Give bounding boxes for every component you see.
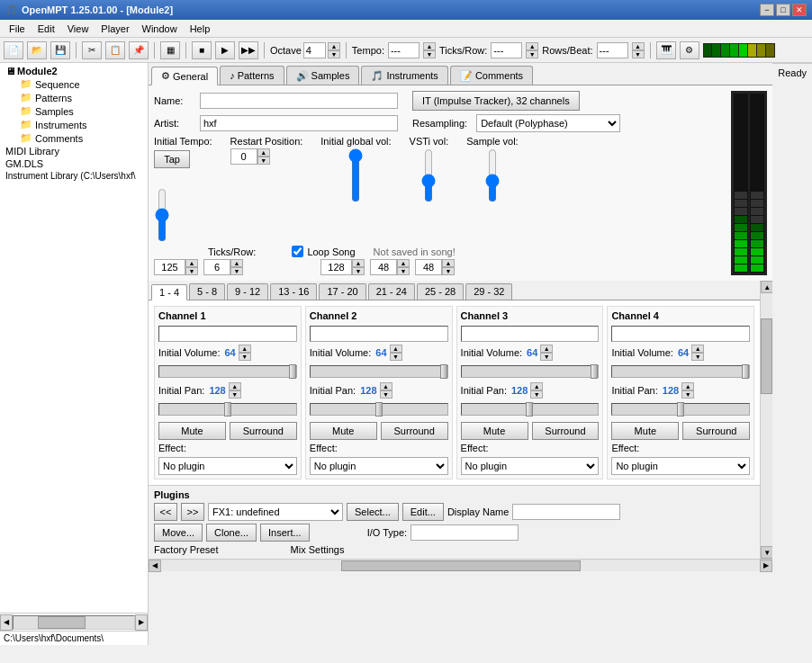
vertical-scrollbar[interactable]: ▲ ▼ [760, 281, 772, 559]
menu-edit[interactable]: Edit [32, 22, 60, 35]
ch4-vol-down[interactable]: ▼ [691, 353, 704, 361]
ch1-vol-down[interactable]: ▼ [239, 353, 251, 361]
sidebar-scroll-left[interactable]: ◀ [0, 614, 13, 631]
sidebar-item-instrument-lib[interactable]: Instrument Library (C:\Users\hxf\ [2, 170, 146, 182]
channel-4-mute-button[interactable]: Mute [611, 422, 679, 440]
octave-input[interactable] [303, 42, 326, 58]
channel-3-vol-slider[interactable] [461, 365, 600, 378]
channel-tab-25-28[interactable]: 25 - 28 [417, 283, 464, 300]
rows-down[interactable]: ▼ [632, 50, 645, 58]
sidebar-item-comments[interactable]: 📁 Comments [2, 131, 146, 145]
maximize-button[interactable]: □ [776, 4, 790, 16]
sidebar-module[interactable]: 🖥 Module2 [2, 65, 146, 77]
pattern-button[interactable]: ▦ [160, 41, 180, 59]
channel-2-pan-slider[interactable] [310, 403, 448, 416]
global-vol-up[interactable]: ▲ [352, 259, 365, 267]
channel-1-mute-button[interactable]: Mute [158, 422, 226, 440]
h-scroll-thumb[interactable] [341, 560, 581, 571]
ch3-vol-up[interactable]: ▲ [540, 345, 553, 353]
tempo-slider[interactable] [154, 188, 170, 242]
sample-vol-down[interactable]: ▼ [442, 267, 455, 275]
menu-help[interactable]: Help [185, 22, 216, 35]
menu-view[interactable]: View [62, 22, 95, 35]
global-vol-slider[interactable] [347, 148, 364, 202]
plugin-move-button[interactable]: Move... [154, 524, 203, 542]
tempo-num-down[interactable]: ▼ [185, 267, 198, 275]
midi-button[interactable]: 🎹 [656, 41, 676, 59]
paste-button[interactable]: 📌 [129, 41, 149, 59]
channel-1-pan-slider[interactable] [158, 403, 297, 416]
ch4-pan-up[interactable]: ▲ [681, 382, 694, 390]
ticks-number-input[interactable] [203, 259, 230, 275]
restart-pos-up[interactable]: ▲ [257, 148, 270, 157]
channel-4-pan-slider[interactable] [611, 403, 750, 416]
settings-button[interactable]: ⚙ [680, 41, 699, 59]
channel-tab-13-16[interactable]: 13 - 16 [270, 283, 317, 300]
channel-3-surround-button[interactable]: Surround [532, 422, 600, 440]
channel-2-effect-select[interactable]: No plugin [310, 457, 448, 475]
copy-button[interactable]: 📋 [105, 41, 125, 59]
plugin-select[interactable]: FX1: undefined [208, 503, 343, 521]
ch1-pan-up[interactable]: ▲ [229, 382, 241, 390]
global-vol-input[interactable] [320, 259, 352, 275]
channel-3-mute-button[interactable]: Mute [461, 422, 528, 440]
scroll-down-button[interactable]: ▼ [761, 546, 772, 559]
play-button[interactable]: ▶ [215, 41, 235, 59]
channel-tab-1-4[interactable]: 1 - 4 [151, 284, 187, 300]
channel-3-effect-select[interactable]: No plugin [461, 457, 600, 475]
menu-file[interactable]: File [4, 22, 31, 35]
ch2-vol-down[interactable]: ▼ [390, 353, 402, 361]
save-button[interactable]: 💾 [50, 41, 70, 59]
vsti-vol-down[interactable]: ▼ [397, 267, 410, 275]
octave-up[interactable]: ▲ [328, 42, 340, 50]
channel-4-vol-slider[interactable] [611, 365, 750, 378]
tempo-num-up[interactable]: ▲ [185, 259, 198, 267]
menu-window[interactable]: Window [137, 22, 183, 35]
new-button[interactable]: 📄 [4, 41, 23, 59]
channel-1-surround-button[interactable]: Surround [230, 422, 297, 440]
sample-vol-slider[interactable] [484, 148, 501, 202]
channel-1-vol-slider[interactable] [158, 365, 297, 378]
channel-4-surround-button[interactable]: Surround [682, 422, 750, 440]
ch2-pan-up[interactable]: ▲ [380, 382, 392, 390]
ch3-pan-up[interactable]: ▲ [530, 382, 543, 390]
rows-up[interactable]: ▲ [632, 42, 645, 50]
name-input[interactable] [200, 93, 398, 109]
channel-tab-9-12[interactable]: 9 - 12 [227, 283, 268, 300]
octave-down[interactable]: ▼ [328, 50, 340, 58]
minimize-button[interactable]: − [760, 4, 774, 16]
play-pattern-button[interactable]: ▶▶ [239, 41, 258, 59]
channel-2-vol-slider[interactable] [310, 365, 448, 378]
sidebar-item-instruments[interactable]: 📁 Instruments [2, 118, 146, 131]
tab-general[interactable]: ⚙ General [151, 67, 218, 85]
channel-tab-21-24[interactable]: 21 - 24 [368, 283, 415, 300]
channel-3-name-input[interactable] [461, 326, 600, 342]
h-scroll-left-button[interactable]: ◀ [149, 560, 161, 572]
vsti-vol-up[interactable]: ▲ [397, 259, 410, 267]
tab-patterns[interactable]: ♪ Patterns [220, 66, 284, 85]
loop-song-checkbox[interactable] [292, 246, 303, 257]
plugin-insert-button[interactable]: Insert... [260, 524, 310, 542]
artist-input[interactable] [200, 115, 398, 131]
display-name-input[interactable] [512, 504, 620, 520]
sidebar-scroll-thumb[interactable] [38, 616, 86, 629]
channel-1-name-input[interactable] [158, 326, 297, 342]
channel-1-effect-select[interactable]: No plugin [158, 457, 297, 475]
tab-comments[interactable]: 📝 Comments [450, 66, 533, 85]
sidebar-item-patterns[interactable]: 📁 Patterns [2, 91, 146, 104]
io-type-input[interactable] [411, 524, 519, 541]
restart-pos-down[interactable]: ▼ [257, 157, 270, 165]
tab-instruments[interactable]: 🎵 Instruments [361, 66, 447, 85]
ticks-num-down[interactable]: ▼ [230, 267, 243, 275]
sidebar-scroll-track[interactable] [13, 615, 135, 630]
channel-2-surround-button[interactable]: Surround [381, 422, 448, 440]
sidebar-item-samples[interactable]: 📁 Samples [2, 104, 146, 118]
vsti-vol-input[interactable] [370, 259, 397, 275]
plugin-select-button[interactable]: Select... [347, 503, 399, 521]
channel-2-name-input[interactable] [310, 326, 448, 342]
tempo-input[interactable] [388, 42, 420, 58]
sidebar-scroll-right[interactable]: ▶ [135, 614, 148, 631]
restart-pos-input[interactable] [230, 148, 257, 165]
plugin-prev-button[interactable]: << [154, 503, 177, 521]
tap-button[interactable]: Tap [154, 150, 190, 168]
